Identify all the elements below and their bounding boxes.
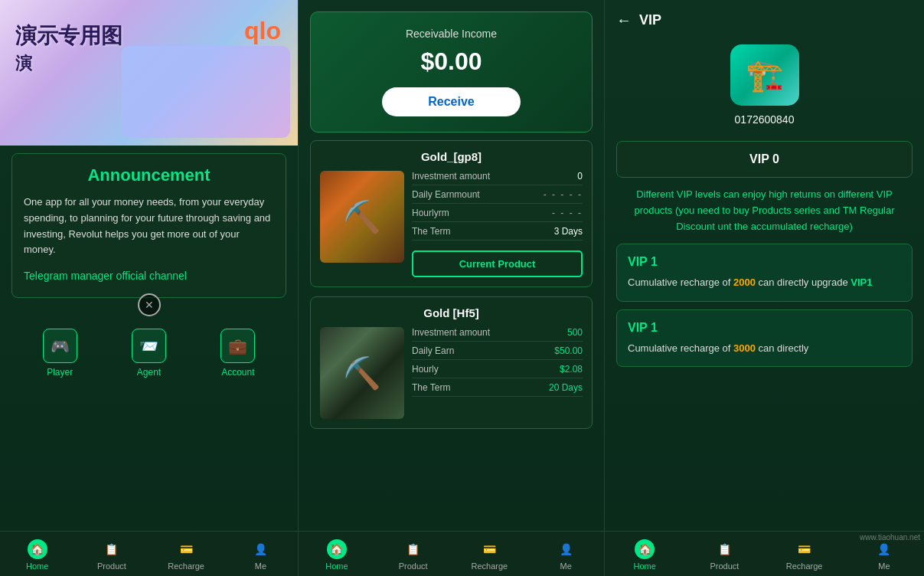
close-button[interactable]: ✕ <box>138 293 161 316</box>
detail-row-hourly: Hourlyrm - - - - <box>412 208 583 222</box>
agent-label: Agent <box>137 367 161 378</box>
vip-content: 🏗️ 0172600840 VIP 0 Different VIP levels… <box>605 37 924 531</box>
bottom-icons: 🎮 Player 📨 Agent 💼 Account <box>0 306 298 385</box>
detail-value-investment: 0 <box>577 171 583 182</box>
vip-card-2-title: VIP 1 <box>628 321 901 335</box>
middle-me-icon: 👤 <box>556 539 576 559</box>
product-details-hf5: Investment amount 500 Daily Earn $50.00 … <box>412 327 583 419</box>
account-icon: 💼 <box>220 329 255 363</box>
hero-image: 演示专用图演 qlo <box>0 0 298 146</box>
detail-value-daily: - - - - - <box>544 189 583 200</box>
right-bottom-nav: 🏠 Home 📋 Product 💳 Recharge 👤 Me www.tia… <box>605 531 924 576</box>
receive-button[interactable]: Receive <box>382 87 521 116</box>
agent-icon: 📨 <box>132 329 166 363</box>
product-title-hf5: Gold [Hf5] <box>320 306 583 319</box>
middle-panel: Receivable Income $0.00 Receive Gold_[gp… <box>299 0 605 576</box>
detail-value-term: 3 Days <box>554 226 583 237</box>
hero-devices-decoration <box>122 46 290 138</box>
agent-button[interactable]: 📨 Agent <box>132 329 166 378</box>
right-me-icon: 👤 <box>874 539 894 559</box>
right-panel: ← VIP 🏗️ 0172600840 VIP 0 Different VIP … <box>605 0 924 576</box>
product-card-gold-hf5: Gold [Hf5] ⛏️ Investment amount 500 Dail… <box>310 296 593 429</box>
middle-nav-home[interactable]: 🏠 Home <box>299 538 375 572</box>
player-label: Player <box>47 367 73 378</box>
vip-card-2: VIP 1 Cumulative recharge of 3000 can di… <box>616 309 913 368</box>
announcement-card: Announcement One app for all your money … <box>11 153 286 298</box>
detail-row-investment-hf5: Investment amount 500 <box>412 327 583 342</box>
gold1-image: ⛏️ <box>320 171 404 263</box>
product-title-gp8: Gold_[gp8] <box>320 150 583 163</box>
right-nav-home-label: Home <box>633 561 655 571</box>
back-button[interactable]: ← <box>616 11 632 29</box>
detail-value-daily-hf5: $50.00 <box>554 345 583 356</box>
detail-label-investment: Investment amount <box>412 171 490 182</box>
product-image-gp8: ⛏️ <box>320 171 404 263</box>
detail-label-hourly: Hourlyrm <box>412 208 449 218</box>
nav-recharge[interactable]: 💳 Recharge <box>149 538 224 572</box>
account-button[interactable]: 💼 Account <box>220 329 255 378</box>
right-nav-product[interactable]: 📋 Product <box>684 538 764 572</box>
right-nav-product-label: Product <box>710 561 739 571</box>
middle-nav-recharge-label: Recharge <box>472 561 508 571</box>
right-nav-recharge[interactable]: 💳 Recharge <box>765 538 844 572</box>
gold2-image: ⛏️ <box>320 327 404 419</box>
right-nav-home[interactable]: 🏠 Home <box>605 538 684 572</box>
vip-level-button[interactable]: VIP 0 <box>616 141 913 178</box>
vip-header: ← VIP <box>605 0 924 37</box>
me-icon: 👤 <box>250 539 270 559</box>
detail-label-hourly-hf5: Hourly <box>412 364 439 375</box>
telegram-link[interactable]: Telegram manager official channel <box>24 270 274 282</box>
user-id: 0172600840 <box>735 113 795 126</box>
nav-home[interactable]: 🏠 Home <box>0 538 74 572</box>
vip-link-vip1: VIP1 <box>851 277 872 288</box>
middle-home-icon: 🏠 <box>327 539 347 559</box>
middle-nav-product[interactable]: 📋 Product <box>375 538 452 572</box>
vip-description: Different VIP levels can enjoy high retu… <box>616 187 913 234</box>
detail-row-daily: Daily Earnmount - - - - - <box>412 189 583 204</box>
middle-nav-recharge[interactable]: 💳 Recharge <box>452 538 528 572</box>
home-icon: 🏠 <box>28 539 47 559</box>
avatar-image: 🏗️ <box>730 44 799 106</box>
vip-card-1-title: VIP 1 <box>628 255 901 269</box>
right-product-icon: 📋 <box>714 539 734 559</box>
detail-value-hourly-hf5: $2.08 <box>560 364 583 375</box>
announcement-title: Announcement <box>24 165 274 185</box>
product-card-gold-gp8: Gold_[gp8] ⛏️ Investment amount 0 Daily … <box>310 140 593 287</box>
announcement-text: One app for all your money needs, from y… <box>24 195 274 258</box>
left-panel: 演示专用图演 qlo Announcement One app for all … <box>0 0 299 576</box>
middle-nav-product-label: Product <box>399 561 428 571</box>
middle-product-icon: 📋 <box>403 539 423 559</box>
hero-logo: qlo <box>244 15 282 46</box>
player-icon: 🎮 <box>43 329 77 363</box>
right-nav-recharge-label: Recharge <box>786 561 823 571</box>
current-product-button[interactable]: Current Product <box>412 250 583 277</box>
demo-text: 演示专用图演 <box>15 23 122 74</box>
vip-avatar: 🏗️ <box>730 44 799 106</box>
detail-value-hourly: - - - - <box>552 208 583 218</box>
right-nav-me[interactable]: 👤 Me <box>844 538 924 572</box>
player-button[interactable]: 🎮 Player <box>43 329 77 378</box>
income-card: Receivable Income $0.00 Receive <box>310 11 593 133</box>
right-nav-me-label: Me <box>878 561 890 571</box>
product-image-hf5: ⛏️ <box>320 327 404 419</box>
watermark: www.tiaohuan.net <box>860 533 920 542</box>
vip-highlight-2000: 2000 <box>733 277 756 288</box>
product-details-gp8: Investment amount 0 Daily Earnmount - - … <box>412 171 583 277</box>
logo-icon: qlo <box>244 17 281 45</box>
recharge-icon: 💳 <box>176 539 196 559</box>
middle-nav-me-label: Me <box>560 561 571 571</box>
products-list: Gold_[gp8] ⛏️ Investment amount 0 Daily … <box>299 140 604 531</box>
vip-profile: 🏗️ 0172600840 <box>616 37 913 141</box>
detail-value-investment-hf5: 500 <box>567 327 583 338</box>
vip-card-2-text: Cumulative recharge of 3000 can directly <box>628 341 901 356</box>
detail-row-term: The Term 3 Days <box>412 226 583 241</box>
nav-me[interactable]: 👤 Me <box>224 538 298 572</box>
detail-label-term-hf5: The Term <box>412 382 450 393</box>
vip-card-1-text: Cumulative recharge of 2000 can directly… <box>628 275 901 290</box>
nav-product[interactable]: 📋 Product <box>74 538 149 572</box>
nav-me-label: Me <box>255 561 266 571</box>
left-bottom-nav: 🏠 Home 📋 Product 💳 Recharge 👤 Me <box>0 531 298 576</box>
middle-nav-me[interactable]: 👤 Me <box>527 538 604 572</box>
detail-label-term: The Term <box>412 226 450 237</box>
detail-label-daily-hf5: Daily Earn <box>412 345 454 356</box>
